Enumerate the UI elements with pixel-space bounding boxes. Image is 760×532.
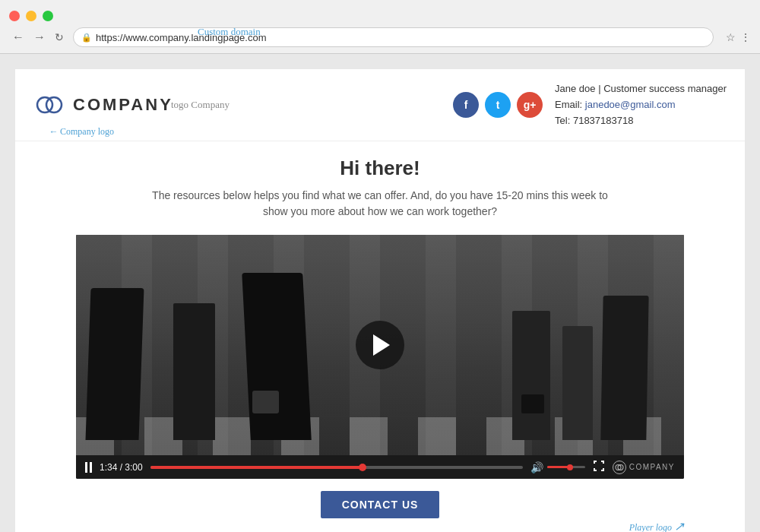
player-logo-text: COMPANY <box>629 463 675 471</box>
traffic-light-green[interactable] <box>43 11 53 21</box>
subtitle-text: The resources below helps you find what … <box>152 188 608 220</box>
play-button[interactable] <box>356 321 404 369</box>
menu-button[interactable]: ⋮ <box>740 31 751 43</box>
traffic-lights <box>9 6 751 27</box>
contact-info: Jane doe | Customer success manager Emai… <box>555 81 727 128</box>
video-container: 1:34 / 3:00 🔊 <box>76 235 684 479</box>
bookmark-button[interactable]: ☆ <box>726 31 736 43</box>
play-icon <box>373 334 390 356</box>
video-thumbnail <box>76 235 684 455</box>
fullscreen-button[interactable] <box>593 460 605 474</box>
address-bar-row: ← → ↻ 🔒 https://www.company.landingpage.… <box>9 27 751 53</box>
traffic-light-red[interactable] <box>9 11 20 21</box>
header-right: f t g+ Jane doe | Customer success manag… <box>453 81 727 128</box>
page-content: COMPANY ← Company logo f t g+ Jane doe |… <box>15 69 745 532</box>
contact-tel: Tel: 71837183718 <box>555 113 727 129</box>
gplus-button[interactable]: g+ <box>517 92 543 118</box>
volume-thumb <box>567 464 573 470</box>
lock-icon: 🔒 <box>81 33 92 43</box>
contact-name: Jane doe | Customer success manager <box>555 81 727 97</box>
svg-point-0 <box>37 97 52 112</box>
address-bar[interactable]: 🔒 https://www.company.landingpage.com <box>73 27 714 47</box>
facebook-button[interactable]: f <box>453 92 479 118</box>
video-controls: 1:34 / 3:00 🔊 <box>76 455 684 479</box>
logo-text: COMPANY <box>73 95 173 115</box>
social-icons: f t g+ <box>453 92 543 118</box>
svg-point-1 <box>46 97 62 112</box>
browser-actions: ☆ ⋮ <box>726 31 751 43</box>
volume-icon[interactable]: 🔊 <box>530 461 543 473</box>
page-header: COMPANY ← Company logo f t g+ Jane doe |… <box>15 69 745 141</box>
pause-icon <box>85 462 92 473</box>
nav-arrows: ← → ↻ <box>9 29 67 46</box>
traffic-light-yellow[interactable] <box>26 11 36 21</box>
volume-area: 🔊 <box>530 461 585 473</box>
browser-chrome: Custom domain ← → ↻ 🔒 https://www.compan… <box>0 0 760 54</box>
progress-bar[interactable] <box>150 466 523 469</box>
player-logo-annotation: Player logo ↗ <box>629 519 684 532</box>
company-logo-icon <box>33 89 65 121</box>
pause-button[interactable] <box>85 462 92 473</box>
main-content: Hi there! The resources below helps you … <box>15 141 745 532</box>
contact-email: Email: janedoe@gmail.com <box>555 97 727 113</box>
email-link[interactable]: janedoe@gmail.com <box>585 99 676 110</box>
volume-bar[interactable] <box>547 466 585 468</box>
refresh-button[interactable]: ↻ <box>52 30 67 45</box>
twitter-button[interactable]: t <box>485 92 511 118</box>
back-button[interactable]: ← <box>9 29 27 46</box>
contact-section: CONTACT US Player logo ↗ <box>38 479 722 526</box>
player-logo: COMPANY <box>613 461 675 474</box>
greeting-heading: Hi there! <box>38 157 722 180</box>
time-display: 1:34 / 3:00 <box>100 462 143 473</box>
forward-button[interactable]: → <box>30 29 49 46</box>
logo-area: COMPANY ← Company logo <box>33 89 173 121</box>
contact-us-button[interactable]: CONTACT US <box>321 491 440 518</box>
player-logo-icon <box>613 461 626 474</box>
url-text: https://www.company.landingpage.com <box>96 32 267 43</box>
progress-played <box>150 466 363 469</box>
progress-thumb <box>359 464 366 471</box>
logo-annotation: ← Company logo <box>49 126 114 138</box>
